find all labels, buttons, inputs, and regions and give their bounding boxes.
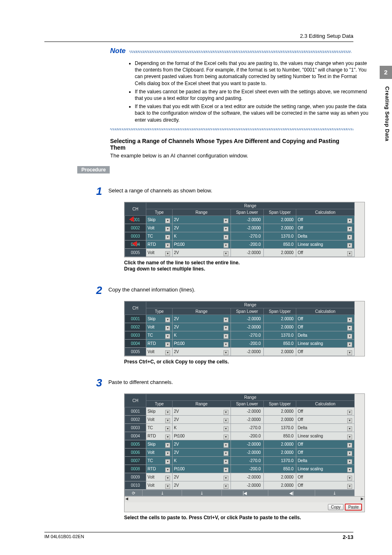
nav-refresh-icon[interactable]: ⟳	[125, 490, 143, 496]
range-dropdown[interactable]: 2V	[173, 224, 231, 232]
calc-dropdown[interactable]: Off	[296, 449, 355, 457]
range-dropdown[interactable]: 2V	[173, 449, 231, 457]
nav-prev-icon[interactable]: ◀|	[268, 490, 315, 496]
span-upper-cell[interactable]: 1370.0	[263, 232, 296, 240]
span-upper-cell[interactable]: 850.0	[263, 465, 296, 473]
span-upper-cell[interactable]: 2.0000	[263, 416, 296, 424]
channel-header[interactable]: 0002	[125, 416, 146, 424]
calc-dropdown[interactable]: Off	[296, 416, 355, 424]
channel-header[interactable]: 0006	[125, 449, 146, 457]
channel-header[interactable]: 0002	[125, 323, 146, 331]
type-dropdown[interactable]: TC	[146, 331, 173, 339]
copy-button[interactable]: Copy	[328, 504, 343, 510]
calc-dropdown[interactable]: Linear scaling	[296, 339, 355, 347]
range-dropdown[interactable]: K	[173, 457, 231, 465]
span-upper-cell[interactable]: 2.0000	[263, 481, 296, 490]
type-dropdown[interactable]: RTD	[146, 432, 173, 440]
span-upper-cell[interactable]: 2.0000	[263, 248, 296, 257]
span-lower-cell[interactable]: -200.0	[231, 339, 263, 347]
calc-dropdown[interactable]: Delta	[296, 331, 355, 339]
span-upper-cell[interactable]: 2.0000	[263, 440, 296, 449]
span-lower-cell[interactable]: -2.0000	[231, 416, 263, 424]
span-lower-cell[interactable]: -2.0000	[231, 248, 263, 257]
type-dropdown[interactable]: Skip	[146, 440, 173, 449]
calc-dropdown[interactable]: Delta	[296, 457, 355, 465]
type-dropdown[interactable]: TC	[146, 232, 173, 240]
type-dropdown[interactable]: Skip	[146, 215, 173, 224]
type-dropdown[interactable]: Skip	[146, 407, 173, 416]
calc-dropdown[interactable]: Delta	[296, 232, 355, 240]
channel-header[interactable]: 0003	[125, 424, 146, 432]
span-lower-cell[interactable]: -2.0000	[231, 481, 263, 490]
channel-header[interactable]: 0004	[125, 432, 146, 440]
calc-dropdown[interactable]: Off	[296, 224, 355, 232]
span-lower-cell[interactable]: -2.0000	[231, 215, 263, 224]
span-lower-cell[interactable]: -2.0000	[231, 347, 263, 356]
nav-first-icon[interactable]: |◀	[221, 490, 268, 496]
channel-header[interactable]: 0007	[125, 457, 146, 465]
type-dropdown[interactable]: TC	[146, 424, 173, 432]
calc-dropdown[interactable]: Off	[296, 323, 355, 331]
type-dropdown[interactable]: Volt	[146, 248, 173, 257]
calc-dropdown[interactable]: Off	[296, 215, 355, 224]
span-lower-cell[interactable]: -2.0000	[231, 314, 263, 323]
range-dropdown[interactable]: Pt100	[173, 432, 231, 440]
channel-header[interactable]: 0004	[125, 339, 146, 347]
type-dropdown[interactable]: Volt	[146, 224, 173, 232]
channel-header[interactable]: 0005	[125, 347, 146, 356]
channel-header[interactable]: 0003	[125, 331, 146, 339]
range-dropdown[interactable]: K	[173, 424, 231, 432]
calc-dropdown[interactable]: Off	[296, 481, 355, 490]
range-dropdown[interactable]: K	[173, 232, 231, 240]
type-dropdown[interactable]: Volt	[146, 481, 173, 490]
nav-down-icon[interactable]: ⤓	[143, 490, 182, 496]
nav-down-icon[interactable]: ⤓	[315, 490, 355, 496]
type-dropdown[interactable]: RTD	[146, 339, 173, 347]
span-lower-cell[interactable]: -2.0000	[231, 407, 263, 416]
span-lower-cell[interactable]: -270.0	[231, 232, 263, 240]
calc-dropdown[interactable]: Off	[296, 440, 355, 449]
span-upper-cell[interactable]: 2.0000	[263, 323, 296, 331]
channel-header[interactable]: 0009	[125, 473, 146, 481]
span-upper-cell[interactable]: 2.0000	[263, 347, 296, 356]
channel-header[interactable]: 0008	[125, 465, 146, 473]
type-dropdown[interactable]: Volt	[146, 416, 173, 424]
type-dropdown[interactable]: RTD	[146, 240, 173, 248]
range-dropdown[interactable]: 2V	[173, 416, 231, 424]
span-lower-cell[interactable]: -2.0000	[231, 224, 263, 232]
horizontal-scrollbar[interactable]	[125, 496, 364, 502]
span-lower-cell[interactable]: -2.0000	[231, 323, 263, 331]
range-dropdown[interactable]: 2V	[173, 440, 231, 449]
calc-dropdown[interactable]: Linear scaling	[296, 465, 355, 473]
range-dropdown[interactable]: K	[173, 331, 231, 339]
calc-dropdown[interactable]: Off	[296, 314, 355, 323]
span-upper-cell[interactable]: 1370.0	[263, 457, 296, 465]
range-dropdown[interactable]: 2V	[173, 314, 231, 323]
calc-dropdown[interactable]: Linear scaling	[296, 240, 355, 248]
span-lower-cell[interactable]: -200.0	[231, 465, 263, 473]
span-lower-cell[interactable]: -200.0	[231, 240, 263, 248]
calc-dropdown[interactable]: Off	[296, 407, 355, 416]
span-lower-cell[interactable]: -270.0	[231, 331, 263, 339]
calc-dropdown[interactable]: Off	[296, 248, 355, 257]
channel-header[interactable]: 0001	[125, 314, 146, 323]
span-upper-cell[interactable]: 850.0	[263, 240, 296, 248]
span-lower-cell[interactable]: -2.0000	[231, 473, 263, 481]
span-upper-cell[interactable]: 2.0000	[263, 215, 296, 224]
range-dropdown[interactable]: Pt100	[173, 339, 231, 347]
span-upper-cell[interactable]: 2.0000	[263, 407, 296, 416]
calc-dropdown[interactable]: Off	[296, 473, 355, 481]
nav-down-icon[interactable]: ⤓	[182, 490, 221, 496]
range-dropdown[interactable]: 2V	[173, 248, 231, 257]
range-dropdown[interactable]: Pt100	[173, 240, 231, 248]
channel-header[interactable]: 0005	[125, 248, 146, 257]
range-dropdown[interactable]: 2V	[173, 407, 231, 416]
calc-dropdown[interactable]: Linear scaling	[296, 432, 355, 440]
span-upper-cell[interactable]: 2.0000	[263, 224, 296, 232]
span-lower-cell[interactable]: -2.0000	[231, 449, 263, 457]
type-dropdown[interactable]: Volt	[146, 449, 173, 457]
span-upper-cell[interactable]: 2.0000	[263, 449, 296, 457]
channel-header[interactable]: 0002	[125, 224, 146, 232]
span-upper-cell[interactable]: 850.0	[263, 339, 296, 347]
type-dropdown[interactable]: TC	[146, 457, 173, 465]
